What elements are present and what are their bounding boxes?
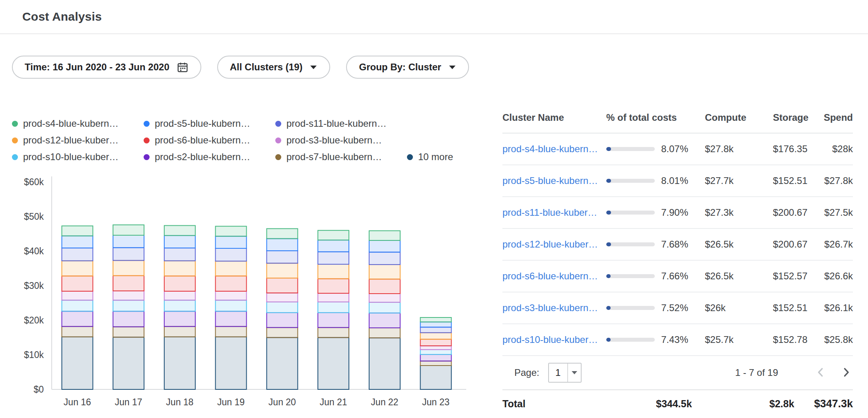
bar-segment[interactable] <box>113 327 144 337</box>
bar-segment[interactable] <box>216 327 247 337</box>
bar-segment[interactable] <box>164 276 195 291</box>
bar-segment[interactable] <box>267 263 298 278</box>
bar-segment[interactable] <box>318 252 349 264</box>
legend-item[interactable]: prod-s2-blue-kubern… <box>144 151 265 163</box>
bar-segment[interactable] <box>369 265 400 279</box>
bar-segment[interactable] <box>216 248 247 261</box>
bar-segment[interactable] <box>164 291 195 300</box>
next-page-button[interactable] <box>839 366 853 380</box>
bar-segment[interactable] <box>318 240 349 252</box>
prev-page-button[interactable] <box>814 366 827 380</box>
bar-segment[interactable] <box>164 300 195 312</box>
bar-segment[interactable] <box>164 311 195 326</box>
bar-segment[interactable] <box>113 225 144 235</box>
bar-segment[interactable] <box>216 300 247 312</box>
cluster-name-link[interactable]: prod-s5-blue-kubern… <box>502 175 598 186</box>
bar-segment[interactable] <box>113 311 144 327</box>
bar-segment[interactable] <box>164 248 195 261</box>
cluster-name-link[interactable]: prod-s4-blue-kubern… <box>502 143 598 154</box>
bar-segment[interactable] <box>62 337 93 389</box>
bar-segment[interactable] <box>267 251 298 263</box>
bar-segment[interactable] <box>164 337 195 389</box>
bar-segment[interactable] <box>420 366 452 389</box>
cluster-name-link[interactable]: prod-s10-blue-kuber… <box>502 334 598 345</box>
bar-segment[interactable] <box>369 302 400 313</box>
bar-segment[interactable] <box>318 313 349 327</box>
bar-segment[interactable] <box>113 337 144 389</box>
time-range-filter[interactable]: Time: 16 Jun 2020 - 23 Jun 2020 <box>12 56 201 79</box>
bar-segment[interactable] <box>420 361 452 366</box>
legend-item[interactable]: prod-s3-blue-kubern… <box>275 134 397 146</box>
bar-segment[interactable] <box>216 226 247 236</box>
legend-item[interactable]: prod-s10-blue-kuber… <box>12 151 133 163</box>
bar-segment[interactable] <box>318 279 349 294</box>
bar-segment[interactable] <box>369 338 400 389</box>
bar-segment[interactable] <box>164 226 195 236</box>
cluster-name-link[interactable]: prod-s6-blue-kubern… <box>502 271 598 281</box>
bar-segment[interactable] <box>420 354 452 361</box>
bar-segment[interactable] <box>62 248 93 261</box>
legend-item[interactable]: prod-s7-blue-kubern… <box>275 151 397 163</box>
bar-segment[interactable] <box>267 327 298 337</box>
bar-segment[interactable] <box>216 337 247 389</box>
bar-segment[interactable] <box>164 236 195 248</box>
bar-segment[interactable] <box>164 261 195 276</box>
bar-segment[interactable] <box>267 293 298 302</box>
bar-segment[interactable] <box>267 313 298 327</box>
bar-segment[interactable] <box>318 293 349 302</box>
bar-segment[interactable] <box>420 317 452 322</box>
legend-item[interactable]: prod-s12-blue-kuber… <box>12 134 133 146</box>
bar-segment[interactable] <box>216 261 247 276</box>
bar-segment[interactable] <box>62 291 93 300</box>
legend-item[interactable]: prod-s5-blue-kubern… <box>144 118 265 130</box>
bar-segment[interactable] <box>216 311 247 326</box>
bar-segment[interactable] <box>369 313 400 328</box>
cluster-name-link[interactable]: prod-s3-blue-kubern… <box>502 302 598 313</box>
bar-segment[interactable] <box>369 328 400 338</box>
legend-item[interactable]: prod-s4-blue-kubern… <box>12 118 133 130</box>
bar-segment[interactable] <box>113 276 144 291</box>
stacked-bar-chart[interactable]: $0$10k$20k$30k$40k$50k$60kJun 16Jun 17Ju… <box>0 168 481 418</box>
bar-segment[interactable] <box>369 294 400 302</box>
bar-segment[interactable] <box>216 291 247 300</box>
bar-segment[interactable] <box>369 240 400 252</box>
bar-segment[interactable] <box>318 302 349 313</box>
legend-item[interactable]: prod-s6-blue-kubern… <box>144 134 265 146</box>
bar-segment[interactable] <box>62 300 93 312</box>
bar-segment[interactable] <box>62 236 93 248</box>
bar-segment[interactable] <box>216 236 247 248</box>
bar-segment[interactable] <box>369 279 400 294</box>
bar-segment[interactable] <box>318 264 349 279</box>
legend-item[interactable]: 10 more <box>407 151 453 163</box>
bar-segment[interactable] <box>318 338 349 390</box>
bar-segment[interactable] <box>420 350 452 354</box>
page-select[interactable]: 1 <box>548 363 582 383</box>
bar-segment[interactable] <box>420 333 452 339</box>
bar-segment[interactable] <box>267 239 298 251</box>
bar-segment[interactable] <box>62 327 93 337</box>
bar-segment[interactable] <box>267 228 298 238</box>
bar-segment[interactable] <box>420 327 452 333</box>
bar-segment[interactable] <box>113 248 144 260</box>
bar-segment[interactable] <box>62 311 93 326</box>
legend-item[interactable]: prod-s11-blue-kubern… <box>275 118 397 130</box>
bar-segment[interactable] <box>369 231 400 240</box>
bar-segment[interactable] <box>420 339 452 346</box>
bar-segment[interactable] <box>113 235 144 248</box>
bar-segment[interactable] <box>267 302 298 313</box>
bar-segment[interactable] <box>267 278 298 293</box>
bar-segment[interactable] <box>420 322 452 327</box>
bar-segment[interactable] <box>318 327 349 337</box>
group-by-filter[interactable]: Group By: Cluster <box>346 56 469 79</box>
bar-segment[interactable] <box>164 327 195 337</box>
bar-segment[interactable] <box>267 338 298 390</box>
bar-segment[interactable] <box>62 276 93 291</box>
bar-segment[interactable] <box>113 261 144 276</box>
bar-segment[interactable] <box>216 276 247 291</box>
bar-segment[interactable] <box>113 300 144 312</box>
bar-segment[interactable] <box>62 226 93 236</box>
bar-segment[interactable] <box>369 252 400 265</box>
bar-segment[interactable] <box>318 230 349 240</box>
cluster-name-link[interactable]: prod-s12-blue-kuber… <box>502 239 598 250</box>
cluster-name-link[interactable]: prod-s11-blue-kuber… <box>502 207 597 218</box>
